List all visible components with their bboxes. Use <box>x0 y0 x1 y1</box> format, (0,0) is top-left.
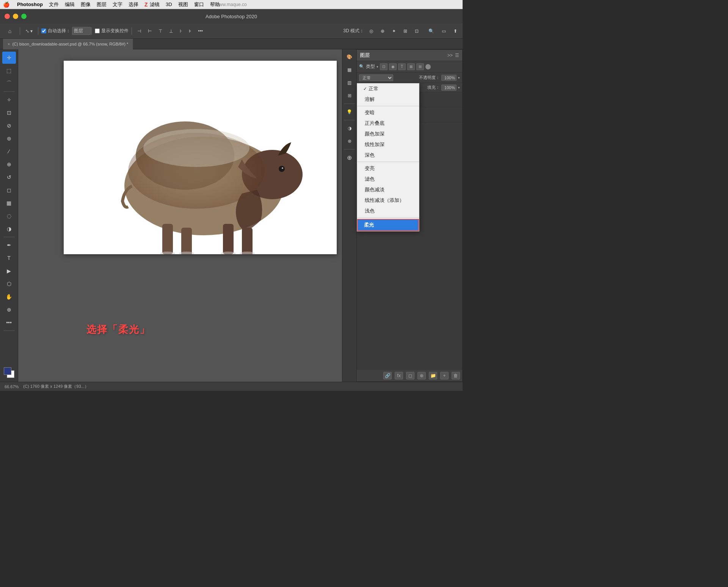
swatch-pair[interactable] <box>4 367 14 378</box>
collapse-icon[interactable]: >> <box>447 53 453 58</box>
3d-btn-4[interactable]: ⊞ <box>401 28 410 35</box>
color-panel-btn[interactable]: 🎨 <box>343 51 356 63</box>
patterns-panel-btn[interactable]: ⊞ <box>343 90 356 102</box>
maximize-button[interactable] <box>21 14 27 19</box>
workspace-icon[interactable]: ▭ <box>439 28 448 35</box>
align-right[interactable]: ⊤ <box>156 28 165 35</box>
menu-window[interactable]: 窗口 <box>194 1 204 8</box>
home-button[interactable]: ⌂ <box>3 25 17 37</box>
spot-heal-tool[interactable]: ⊛ <box>2 132 16 145</box>
clone-stamp[interactable]: ⊕ <box>2 158 16 170</box>
auto-select-select[interactable]: 图层 <box>72 27 91 35</box>
new-layer-btn[interactable]: + <box>440 372 449 379</box>
move-tool-options[interactable]: ⤡ ▾ <box>23 28 35 35</box>
tab-close[interactable]: × <box>8 42 10 46</box>
menu-file[interactable]: 文件 <box>49 1 59 8</box>
add-mask-btn[interactable]: ◻ <box>406 372 414 379</box>
blur-tool[interactable]: ◌ <box>2 210 16 222</box>
selection-tool[interactable]: ⬚ <box>2 65 16 77</box>
gradient-tool[interactable]: ▦ <box>2 197 16 209</box>
3d-btn-3[interactable]: ✦ <box>390 28 398 35</box>
text-tool[interactable]: T <box>2 252 16 264</box>
align-left[interactable]: ⊣ <box>135 28 143 35</box>
menu-view[interactable]: 视图 <box>178 1 188 8</box>
blend-lighter[interactable]: 浅色 <box>357 206 419 216</box>
more-options[interactable]: ••• <box>196 28 205 35</box>
blend-darken[interactable]: 变暗 <box>357 107 419 118</box>
gradient-panel-btn[interactable]: ▥ <box>343 77 356 89</box>
blend-soft-light[interactable]: 柔光 <box>357 219 419 231</box>
3d-btn-2[interactable]: ⊕ <box>378 28 387 35</box>
align-bottom[interactable]: ⊧ <box>187 28 193 35</box>
menu-layer[interactable]: 图层 <box>97 1 107 8</box>
pen-tool[interactable]: ✒ <box>2 239 16 251</box>
zoom-tool[interactable]: ⊕ <box>2 304 16 316</box>
crop-tool[interactable]: ⊡ <box>2 107 16 119</box>
eraser-tool[interactable]: ◻ <box>2 184 16 196</box>
3d-btn-5[interactable]: ⊡ <box>413 28 421 35</box>
fill-value[interactable]: 100% <box>441 85 457 91</box>
lasso-tool[interactable]: ⌒ <box>2 77 16 90</box>
delete-layer-btn[interactable]: 🗑 <box>452 372 460 379</box>
fill-arrow[interactable]: ▾ <box>458 86 460 90</box>
layers-btn[interactable]: ⊕ <box>343 151 356 164</box>
share-icon[interactable]: ⬆ <box>451 28 460 35</box>
blend-screen[interactable]: 滤色 <box>357 174 419 184</box>
shape-tool[interactable]: ⬡ <box>2 278 16 290</box>
filter-btn-img[interactable]: ⊡ <box>380 63 388 70</box>
filter-btn-adj[interactable]: ◉ <box>389 63 397 70</box>
adjustments-btn[interactable]: ◑ <box>343 122 356 134</box>
opacity-arrow[interactable]: ▾ <box>458 76 460 80</box>
foreground-color[interactable] <box>4 367 11 375</box>
filter-btn-smart[interactable]: ⊞ <box>416 63 424 70</box>
node-btn[interactable]: ⊗ <box>343 135 356 147</box>
blend-normal[interactable]: 正常 <box>357 83 419 94</box>
blend-color-burn[interactable]: 颜色加深 <box>357 129 419 139</box>
link-layers-btn[interactable]: 🔗 <box>383 372 392 379</box>
menu-image[interactable]: 图像 <box>81 1 91 8</box>
menu-text[interactable]: 文字 <box>113 1 122 8</box>
menu-3d[interactable]: 3D <box>166 2 172 7</box>
new-adj-btn[interactable]: ⊕ <box>417 372 426 379</box>
align-center-v[interactable]: ⊦ <box>177 28 184 35</box>
blend-multiply[interactable]: 正片叠底 <box>357 118 419 129</box>
magic-wand[interactable]: ✧ <box>2 94 16 106</box>
blend-lighten[interactable]: 变亮 <box>357 163 419 174</box>
document-tab[interactable]: × (C) bison_downloadable-asset.psd @ 66.… <box>3 39 133 49</box>
menu-filter[interactable]: Z 滤镜 <box>144 1 160 8</box>
app-name[interactable]: Photoshop <box>17 2 43 7</box>
menu-edit[interactable]: 编辑 <box>65 1 75 8</box>
search-icon[interactable]: 🔍 <box>426 28 436 35</box>
auto-select-checkbox[interactable]: 自动选择： 图层 ▾ <box>41 27 88 35</box>
dodge-tool[interactable]: ◑ <box>2 223 16 235</box>
blend-dissolve[interactable]: 溶解 <box>357 94 419 105</box>
swatches-panel-btn[interactable]: ▦ <box>343 64 356 76</box>
blend-color-dodge[interactable]: 颜色减淡 <box>357 184 419 195</box>
blend-mode-select[interactable]: 正常 <box>359 74 393 81</box>
blend-dark-color[interactable]: 深色 <box>357 150 419 161</box>
move-tool[interactable]: ✛ <box>2 52 16 64</box>
menu-select[interactable]: 选择 <box>129 1 138 8</box>
show-transform-checkbox[interactable]: 显示变换控件 <box>95 28 129 34</box>
blend-linear-dodge[interactable]: 线性减淡（添加） <box>357 195 419 206</box>
extra-tools[interactable]: ••• <box>2 316 16 329</box>
filter-toggle[interactable] <box>425 64 431 69</box>
hand-tool[interactable]: ✋ <box>2 291 16 303</box>
history-brush[interactable]: ↺ <box>2 171 16 183</box>
new-group-btn[interactable]: 📁 <box>429 372 437 379</box>
align-center-h[interactable]: ⊢ <box>146 28 154 35</box>
eyedropper-tool[interactable]: ⊘ <box>2 120 16 132</box>
brush-tool[interactable]: ∕ <box>2 145 16 157</box>
filter-btn-shape[interactable]: ⊠ <box>407 63 415 70</box>
filter-btn-text[interactable]: T <box>398 63 406 70</box>
opacity-value[interactable]: 100% <box>441 75 457 81</box>
align-top[interactable]: ⊥ <box>167 28 175 35</box>
menu-icon[interactable]: ☰ <box>455 53 459 58</box>
close-button[interactable] <box>5 14 10 19</box>
add-style-btn[interactable]: fx <box>395 372 403 379</box>
3d-btn-1[interactable]: ◎ <box>367 28 375 35</box>
minimize-button[interactable] <box>13 14 18 19</box>
properties-btn[interactable]: 💡 <box>343 106 356 118</box>
blend-linear-burn[interactable]: 线性加深 <box>357 139 419 150</box>
path-selection[interactable]: ▶ <box>2 265 16 277</box>
